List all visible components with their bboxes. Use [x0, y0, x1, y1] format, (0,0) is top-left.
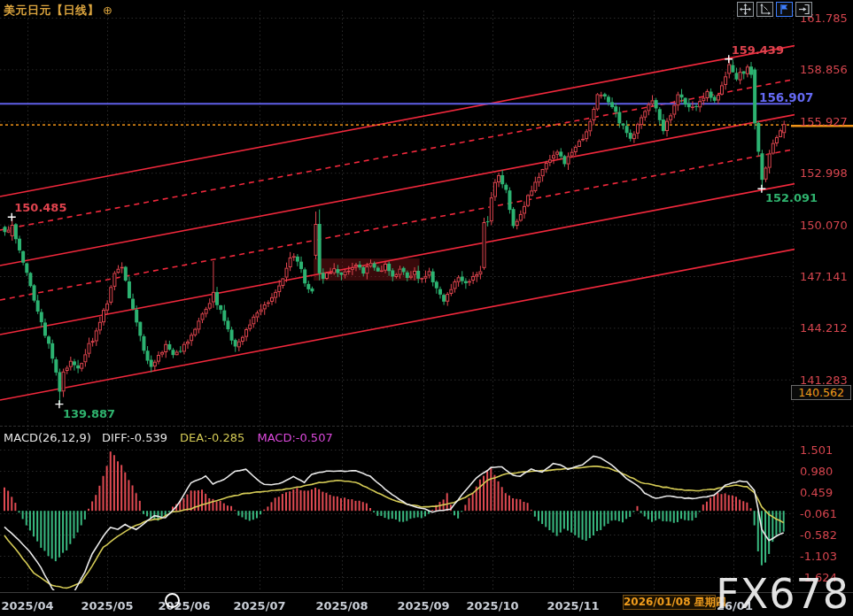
swing-high-label-150: 150.485: [14, 201, 66, 214]
swing-low-label-139: 139.887: [63, 407, 115, 420]
date-axis-label: 2025/10: [466, 599, 518, 612]
date-axis-label: 2025/07: [233, 599, 285, 612]
chart-window: 美元日元【日线】⊕ 140.562 2026/01/08 星期四 26/01 1…: [0, 0, 853, 616]
panel-divider: [0, 426, 853, 427]
date-axis-label: 2025/05: [81, 599, 133, 612]
date-axis-label: 2025/08: [315, 599, 368, 612]
macd-params: MACD(26,12,9): [4, 431, 91, 444]
exit-right-icon[interactable]: [795, 2, 812, 17]
axis-price-box: 140.562: [791, 385, 851, 400]
macd-indicator-header: MACD(26,12,9) DIFF:-0.539 DEA:-0.285 MAC…: [4, 431, 333, 444]
swing-low-label-152: 152.091: [765, 191, 818, 204]
macd-axis-label: -0.582: [800, 528, 837, 542]
macd-axis-label: 0.980: [800, 465, 833, 478]
macd-axis-label: -1.103: [800, 550, 837, 563]
macd-axis-label: 0.459: [800, 486, 833, 499]
axis-scale-icon[interactable]: [756, 2, 773, 17]
watermark: FX678: [716, 570, 849, 616]
mouse-cursor-ring: [165, 593, 180, 608]
chart-canvas[interactable]: [0, 0, 853, 616]
move-icon[interactable]: [737, 2, 754, 17]
price-axis-label: 150.070: [800, 219, 848, 232]
symbol-title-text: 美元日元【日线】: [4, 4, 99, 17]
add-indicator-icon[interactable]: ⊕: [103, 4, 112, 17]
chart-toolbar: [737, 2, 812, 17]
price-axis-label: 152.998: [800, 166, 848, 180]
macd-axis-label: 1.501: [800, 443, 833, 457]
symbol-title: 美元日元【日线】⊕: [4, 3, 112, 19]
crosshair-date-box: 2026/01/08 星期四: [623, 595, 716, 610]
price-axis-label: 147.141: [800, 270, 848, 283]
flag-icon[interactable]: [776, 2, 793, 17]
price-axis-label: 158.856: [800, 63, 848, 76]
swing-high-label-159: 159.439: [732, 43, 784, 57]
macd-dea-value: DEA:-0.285: [180, 431, 244, 444]
price-axis-label: 155.927: [800, 115, 848, 128]
horizontal-line-label[interactable]: 156.907: [759, 90, 814, 104]
date-axis-label: 2025/04: [1, 599, 53, 612]
macd-axis-label: -0.061: [800, 507, 837, 520]
macd-diff-value: DIFF:-0.539: [102, 431, 167, 444]
price-axis-label: 144.212: [800, 321, 848, 335]
date-axis-label: 2025/09: [397, 599, 449, 612]
date-axis-label: 2025/11: [547, 599, 599, 612]
macd-macd-value: MACD:-0.507: [257, 431, 332, 444]
